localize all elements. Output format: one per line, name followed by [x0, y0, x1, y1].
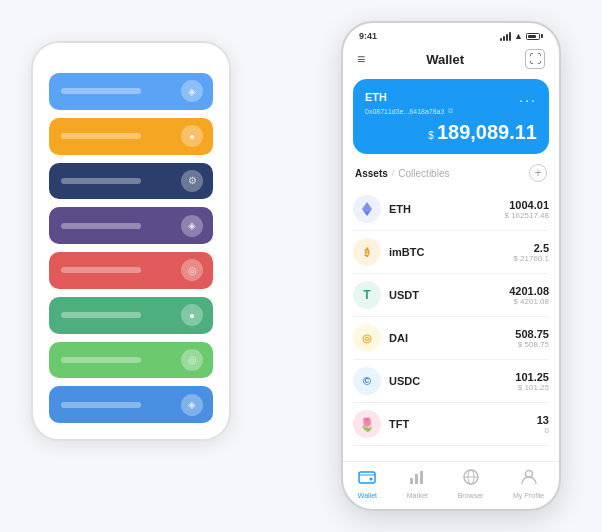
market-nav-icon	[408, 468, 426, 490]
dai-icon: ◎	[353, 324, 381, 352]
asset-amount: 1004.01	[505, 199, 550, 211]
card-label	[61, 223, 141, 229]
copy-icon[interactable]: ⧉	[448, 107, 453, 115]
profile-nav-icon	[520, 468, 538, 490]
asset-amount: 2.5	[513, 242, 549, 254]
list-item[interactable]: ◈	[49, 73, 213, 110]
imbtc-icon: ₿	[353, 238, 381, 266]
eth-card-header: ETH ...	[365, 89, 537, 105]
asset-usd: 0	[537, 426, 549, 435]
svg-rect-5	[415, 474, 418, 484]
card-icon: ●	[181, 125, 203, 147]
asset-name: imBTC	[389, 246, 513, 258]
card-label	[61, 357, 141, 363]
nav-browser[interactable]: Browser	[458, 468, 484, 499]
wallet-nav-icon	[358, 468, 376, 490]
tab-collectibles[interactable]: Collectibles	[398, 168, 449, 179]
card-label	[61, 133, 141, 139]
nav-profile[interactable]: My Profile	[513, 468, 544, 499]
list-item[interactable]: ●	[49, 118, 213, 155]
asset-amount: 508.75	[515, 328, 549, 340]
card-icon: ◈	[181, 394, 203, 416]
asset-values: 13 0	[537, 414, 549, 435]
asset-values: 1004.01 $ 162517.48	[505, 199, 550, 220]
svg-rect-4	[410, 478, 413, 484]
status-bar: 9:41 ▲	[343, 23, 559, 45]
status-icons: ▲	[500, 31, 543, 41]
list-item[interactable]: © USDC 101.25 $ 101.25	[353, 360, 549, 403]
eth-card-amount: $189,089.11	[365, 121, 537, 144]
browser-nav-icon	[462, 468, 480, 490]
asset-values: 508.75 $ 508.75	[515, 328, 549, 349]
asset-name: USDT	[389, 289, 509, 301]
asset-usd: $ 162517.48	[505, 211, 550, 220]
eth-card-name: ETH	[365, 91, 387, 103]
list-item[interactable]: 🌷 TFT 13 0	[353, 403, 549, 446]
browser-nav-label: Browser	[458, 492, 484, 499]
phone-back: ◈ ● ⚙ ◈ ◎ ● ◎ ◈	[31, 41, 231, 441]
list-item[interactable]: ⚙	[49, 163, 213, 200]
asset-usd: $ 4201.08	[509, 297, 549, 306]
eth-icon	[353, 195, 381, 223]
svg-point-3	[370, 478, 373, 481]
menu-icon[interactable]: ≡	[357, 51, 365, 67]
asset-usd: $ 508.75	[515, 340, 549, 349]
asset-name: TFT	[389, 418, 537, 430]
asset-amount: 101.25	[515, 371, 549, 383]
card-label	[61, 178, 141, 184]
scan-icon[interactable]: ⛶	[525, 49, 545, 69]
eth-card[interactable]: ETH ... 0x08711d3e...8418a78a3 ⧉ $189,08…	[353, 79, 549, 154]
list-item[interactable]: ETH 1004.01 $ 162517.48	[353, 188, 549, 231]
bottom-nav: Wallet Market Browser My Profile	[343, 461, 559, 509]
profile-nav-label: My Profile	[513, 492, 544, 499]
add-asset-button[interactable]: +	[529, 164, 547, 182]
card-icon: ◎	[181, 259, 203, 281]
usdc-icon: ©	[353, 367, 381, 395]
tft-icon: 🌷	[353, 410, 381, 438]
asset-name: USDC	[389, 375, 515, 387]
nav-market[interactable]: Market	[407, 468, 428, 499]
assets-tabs: Assets / Collectibles	[355, 168, 449, 179]
list-item[interactable]: ●	[49, 297, 213, 334]
asset-usd: $ 21760.1	[513, 254, 549, 263]
asset-values: 101.25 $ 101.25	[515, 371, 549, 392]
asset-name: ETH	[389, 203, 505, 215]
tab-assets[interactable]: Assets	[355, 168, 388, 179]
nav-wallet[interactable]: Wallet	[358, 468, 377, 499]
signal-icon	[500, 32, 511, 41]
card-label	[61, 267, 141, 273]
scene: ◈ ● ⚙ ◈ ◎ ● ◎ ◈	[11, 11, 591, 521]
list-item[interactable]: ◈	[49, 207, 213, 244]
card-label	[61, 312, 141, 318]
tab-divider: /	[392, 168, 395, 178]
svg-rect-2	[359, 472, 375, 483]
asset-amount: 13	[537, 414, 549, 426]
asset-values: 4201.08 $ 4201.08	[509, 285, 549, 306]
card-label	[61, 88, 141, 94]
list-item[interactable]: ₿ imBTC 2.5 $ 21760.1	[353, 231, 549, 274]
battery-icon	[526, 33, 543, 40]
phone-front: 9:41 ▲ ≡ Wallet ⛶	[341, 21, 561, 511]
card-icon: ◈	[181, 80, 203, 102]
list-item[interactable]: ◎	[49, 252, 213, 289]
card-icon: ●	[181, 304, 203, 326]
asset-values: 2.5 $ 21760.1	[513, 242, 549, 263]
asset-amount: 4201.08	[509, 285, 549, 297]
assets-header: Assets / Collectibles +	[343, 162, 559, 188]
svg-rect-6	[420, 471, 423, 484]
time-label: 9:41	[359, 31, 377, 41]
card-label	[61, 402, 141, 408]
asset-usd: $ 101.25	[515, 383, 549, 392]
list-item[interactable]: ◈	[49, 386, 213, 423]
asset-name: DAI	[389, 332, 515, 344]
wallet-nav-label: Wallet	[358, 492, 377, 499]
card-icon: ⚙	[181, 170, 203, 192]
card-icon: ◈	[181, 215, 203, 237]
list-item[interactable]: ◎	[49, 342, 213, 379]
eth-card-address: 0x08711d3e...8418a78a3 ⧉	[365, 107, 537, 115]
list-item[interactable]: T USDT 4201.08 $ 4201.08	[353, 274, 549, 317]
phone-header: ≡ Wallet ⛶	[343, 45, 559, 75]
list-item[interactable]: ◎ DAI 508.75 $ 508.75	[353, 317, 549, 360]
card-icon: ◎	[181, 349, 203, 371]
eth-card-menu[interactable]: ...	[519, 89, 537, 105]
